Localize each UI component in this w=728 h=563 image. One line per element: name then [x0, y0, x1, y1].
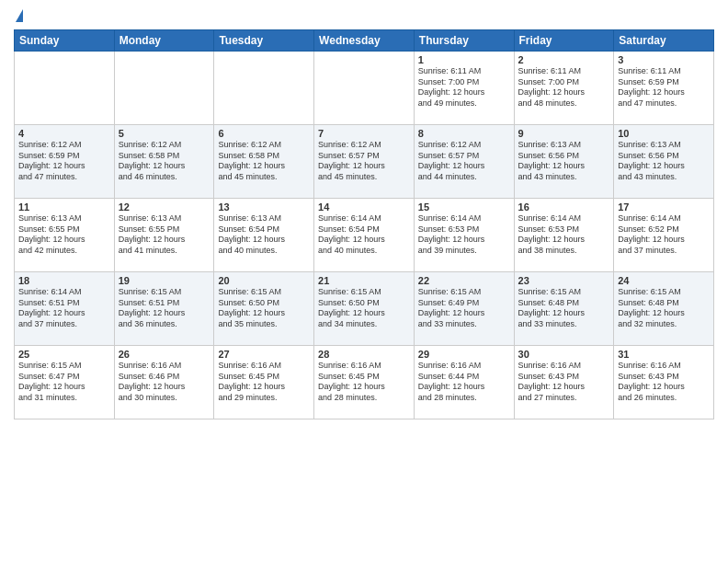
day-info: Sunrise: 6:15 AM Sunset: 6:47 PM Dayligh… — [18, 361, 110, 404]
calendar-cell: 10Sunrise: 6:13 AM Sunset: 6:56 PM Dayli… — [614, 125, 714, 199]
calendar-cell: 14Sunrise: 6:14 AM Sunset: 6:54 PM Dayli… — [314, 199, 415, 272]
calendar-cell: 25Sunrise: 6:15 AM Sunset: 6:47 PM Dayli… — [15, 346, 115, 419]
day-info: Sunrise: 6:12 AM Sunset: 6:59 PM Dayligh… — [18, 140, 110, 183]
calendar-cell: 4Sunrise: 6:12 AM Sunset: 6:59 PM Daylig… — [15, 125, 115, 199]
day-number: 13 — [218, 201, 310, 213]
day-info: Sunrise: 6:14 AM Sunset: 6:52 PM Dayligh… — [618, 213, 710, 257]
day-info: Sunrise: 6:11 AM Sunset: 6:59 PM Dayligh… — [618, 66, 710, 109]
day-info: Sunrise: 6:14 AM Sunset: 6:53 PM Dayligh… — [418, 213, 510, 257]
day-number: 9 — [518, 128, 610, 139]
day-number: 7 — [318, 128, 410, 139]
week-row-4: 18Sunrise: 6:14 AM Sunset: 6:51 PM Dayli… — [15, 272, 714, 346]
day-number: 1 — [418, 54, 510, 65]
calendar-cell: 17Sunrise: 6:14 AM Sunset: 6:52 PM Dayli… — [614, 199, 714, 272]
day-number: 6 — [218, 128, 310, 139]
calendar-cell: 18Sunrise: 6:14 AM Sunset: 6:51 PM Dayli… — [15, 272, 115, 346]
day-header-thursday: Thursday — [414, 30, 514, 52]
day-header-monday: Monday — [114, 30, 214, 52]
calendar-cell: 7Sunrise: 6:12 AM Sunset: 6:57 PM Daylig… — [314, 125, 415, 199]
day-info: Sunrise: 6:14 AM Sunset: 6:51 PM Dayligh… — [18, 287, 110, 330]
calendar-cell: 2Sunrise: 6:11 AM Sunset: 7:00 PM Daylig… — [514, 52, 614, 125]
calendar-cell — [214, 52, 314, 125]
day-header-friday: Friday — [514, 30, 614, 52]
day-number: 24 — [618, 275, 710, 286]
calendar-cell: 11Sunrise: 6:13 AM Sunset: 6:55 PM Dayli… — [15, 199, 115, 272]
calendar-cell: 8Sunrise: 6:12 AM Sunset: 6:57 PM Daylig… — [414, 125, 514, 199]
calendar-cell: 29Sunrise: 6:16 AM Sunset: 6:44 PM Dayli… — [414, 346, 514, 419]
day-info: Sunrise: 6:16 AM Sunset: 6:43 PM Dayligh… — [518, 361, 610, 404]
day-number: 18 — [18, 275, 110, 286]
day-headers-row: SundayMondayTuesdayWednesdayThursdayFrid… — [15, 30, 714, 52]
day-info: Sunrise: 6:16 AM Sunset: 6:45 PM Dayligh… — [318, 361, 410, 404]
calendar-cell — [314, 52, 415, 125]
day-info: Sunrise: 6:16 AM Sunset: 6:46 PM Dayligh… — [119, 361, 210, 404]
day-info: Sunrise: 6:15 AM Sunset: 6:50 PM Dayligh… — [318, 287, 410, 330]
week-row-3: 11Sunrise: 6:13 AM Sunset: 6:55 PM Dayli… — [15, 199, 714, 272]
week-row-2: 4Sunrise: 6:12 AM Sunset: 6:59 PM Daylig… — [15, 125, 714, 199]
day-info: Sunrise: 6:16 AM Sunset: 6:45 PM Dayligh… — [218, 361, 310, 404]
calendar-cell: 5Sunrise: 6:12 AM Sunset: 6:58 PM Daylig… — [114, 125, 214, 199]
day-info: Sunrise: 6:15 AM Sunset: 6:48 PM Dayligh… — [518, 287, 610, 330]
calendar-cell: 22Sunrise: 6:15 AM Sunset: 6:49 PM Dayli… — [414, 272, 514, 346]
day-number: 12 — [119, 201, 210, 213]
calendar-cell: 20Sunrise: 6:15 AM Sunset: 6:50 PM Dayli… — [214, 272, 314, 346]
calendar-cell: 26Sunrise: 6:16 AM Sunset: 6:46 PM Dayli… — [114, 346, 214, 419]
day-info: Sunrise: 6:15 AM Sunset: 6:49 PM Dayligh… — [418, 287, 510, 330]
calendar-cell: 28Sunrise: 6:16 AM Sunset: 6:45 PM Dayli… — [314, 346, 415, 419]
day-info: Sunrise: 6:13 AM Sunset: 6:56 PM Dayligh… — [518, 140, 610, 183]
day-header-sunday: Sunday — [15, 30, 115, 52]
day-info: Sunrise: 6:16 AM Sunset: 6:43 PM Dayligh… — [618, 361, 710, 404]
day-info: Sunrise: 6:14 AM Sunset: 6:54 PM Dayligh… — [318, 213, 410, 257]
day-number: 4 — [18, 128, 110, 139]
day-number: 8 — [418, 128, 510, 139]
week-row-5: 25Sunrise: 6:15 AM Sunset: 6:47 PM Dayli… — [15, 346, 714, 419]
calendar-body: 1Sunrise: 6:11 AM Sunset: 7:00 PM Daylig… — [15, 52, 714, 419]
day-info: Sunrise: 6:16 AM Sunset: 6:44 PM Dayligh… — [418, 361, 510, 404]
header — [14, 9, 714, 22]
day-number: 25 — [18, 349, 110, 360]
day-info: Sunrise: 6:11 AM Sunset: 7:00 PM Dayligh… — [518, 66, 610, 109]
day-number: 19 — [119, 275, 210, 286]
page: SundayMondayTuesdayWednesdayThursdayFrid… — [0, 0, 728, 563]
calendar: SundayMondayTuesdayWednesdayThursdayFrid… — [14, 29, 714, 419]
calendar-cell: 24Sunrise: 6:15 AM Sunset: 6:48 PM Dayli… — [614, 272, 714, 346]
day-info: Sunrise: 6:11 AM Sunset: 7:00 PM Dayligh… — [418, 66, 510, 109]
day-number: 20 — [218, 275, 310, 286]
day-number: 30 — [518, 349, 610, 360]
calendar-cell: 30Sunrise: 6:16 AM Sunset: 6:43 PM Dayli… — [514, 346, 614, 419]
logo-text — [14, 9, 23, 22]
calendar-cell: 15Sunrise: 6:14 AM Sunset: 6:53 PM Dayli… — [414, 199, 514, 272]
week-row-1: 1Sunrise: 6:11 AM Sunset: 7:00 PM Daylig… — [15, 52, 714, 125]
day-number: 17 — [618, 201, 710, 213]
day-info: Sunrise: 6:12 AM Sunset: 6:58 PM Dayligh… — [218, 140, 310, 183]
day-info: Sunrise: 6:13 AM Sunset: 6:55 PM Dayligh… — [119, 213, 210, 257]
day-number: 5 — [119, 128, 210, 139]
day-number: 23 — [518, 275, 610, 286]
day-info: Sunrise: 6:13 AM Sunset: 6:56 PM Dayligh… — [618, 140, 710, 183]
day-info: Sunrise: 6:14 AM Sunset: 6:53 PM Dayligh… — [518, 213, 610, 257]
calendar-cell: 19Sunrise: 6:15 AM Sunset: 6:51 PM Dayli… — [114, 272, 214, 346]
calendar-cell: 3Sunrise: 6:11 AM Sunset: 6:59 PM Daylig… — [614, 52, 714, 125]
day-header-tuesday: Tuesday — [214, 30, 314, 52]
calendar-header: SundayMondayTuesdayWednesdayThursdayFrid… — [15, 30, 714, 52]
day-number: 15 — [418, 201, 510, 213]
day-number: 31 — [618, 349, 710, 360]
day-number: 21 — [318, 275, 410, 286]
calendar-cell: 13Sunrise: 6:13 AM Sunset: 6:54 PM Dayli… — [214, 199, 314, 272]
day-info: Sunrise: 6:15 AM Sunset: 6:48 PM Dayligh… — [618, 287, 710, 330]
calendar-cell: 23Sunrise: 6:15 AM Sunset: 6:48 PM Dayli… — [514, 272, 614, 346]
day-number: 26 — [119, 349, 210, 360]
day-info: Sunrise: 6:13 AM Sunset: 6:54 PM Dayligh… — [218, 213, 310, 257]
day-info: Sunrise: 6:13 AM Sunset: 6:55 PM Dayligh… — [18, 213, 110, 257]
day-number: 11 — [18, 201, 110, 213]
calendar-cell: 27Sunrise: 6:16 AM Sunset: 6:45 PM Dayli… — [214, 346, 314, 419]
calendar-cell: 21Sunrise: 6:15 AM Sunset: 6:50 PM Dayli… — [314, 272, 415, 346]
calendar-cell — [114, 52, 214, 125]
day-info: Sunrise: 6:12 AM Sunset: 6:57 PM Dayligh… — [418, 140, 510, 183]
day-number: 14 — [318, 201, 410, 213]
day-number: 29 — [418, 349, 510, 360]
day-number: 28 — [318, 349, 410, 360]
day-number: 22 — [418, 275, 510, 286]
logo — [14, 9, 23, 22]
calendar-cell: 6Sunrise: 6:12 AM Sunset: 6:58 PM Daylig… — [214, 125, 314, 199]
